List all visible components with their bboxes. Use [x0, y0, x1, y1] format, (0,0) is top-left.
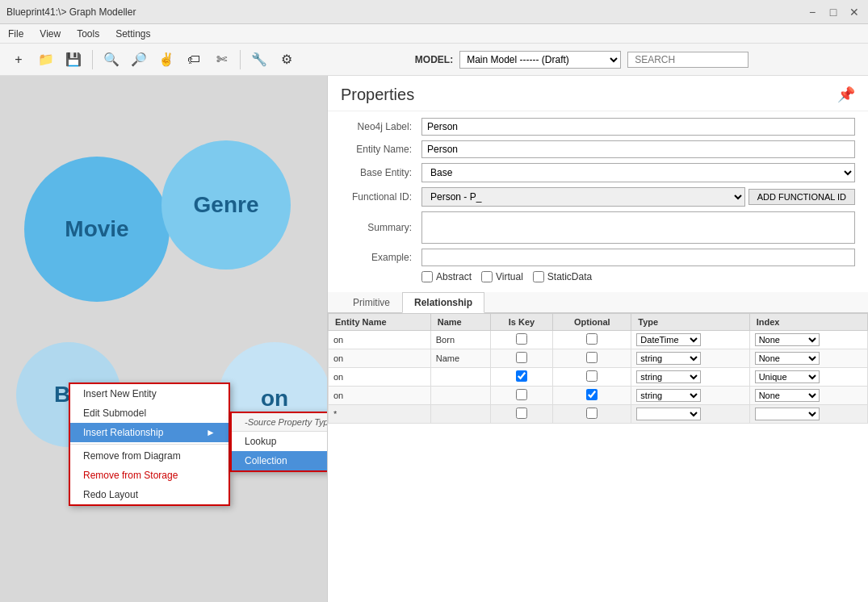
- example-input[interactable]: [421, 249, 855, 266]
- table-row: on DateTime string int: [329, 387, 868, 405]
- menu-view[interactable]: View: [31, 24, 69, 43]
- model-select[interactable]: Main Model ------ (Draft): [459, 51, 621, 69]
- virtual-checkbox[interactable]: [481, 271, 493, 282]
- type-select-new[interactable]: string: [636, 408, 701, 420]
- static-data-checkbox[interactable]: [533, 271, 544, 282]
- index-select-3[interactable]: None Unique Index: [755, 389, 820, 402]
- menu-settings[interactable]: Settings: [107, 24, 158, 43]
- search-input[interactable]: [627, 52, 748, 68]
- context-menu: Insert New Entity Edit Submodel Insert R…: [69, 383, 230, 506]
- iskey-check-new[interactable]: [516, 408, 527, 419]
- tag-tool[interactable]: 🏷: [182, 48, 206, 72]
- zoom-in-tool[interactable]: 🔍: [99, 48, 124, 72]
- ctx-remove-from-diagram[interactable]: Remove from Diagram: [70, 446, 229, 466]
- submenu-source-header: -Source Property Type-: [232, 413, 327, 432]
- save-tool[interactable]: 💾: [61, 48, 86, 72]
- open-tool[interactable]: 📁: [34, 48, 58, 72]
- table-header-row: Entity Name Name Is Key Optional Type In…: [329, 314, 868, 331]
- td-name-1: Name: [430, 349, 490, 368]
- td-name-3: [430, 387, 490, 405]
- maximize-button[interactable]: □: [826, 5, 841, 19]
- add-functional-id-button[interactable]: ADD FUNCTIONAL ID: [748, 189, 855, 205]
- example-row: Example:: [341, 249, 855, 266]
- td-optional-1: [553, 349, 631, 368]
- th-type: Type: [631, 314, 749, 331]
- node-on-label: on: [261, 386, 288, 412]
- cut-tool[interactable]: ✄: [209, 48, 233, 72]
- abstract-checkbox-label: Abstract: [421, 271, 472, 282]
- type-select-1[interactable]: DateTime string int: [636, 352, 701, 365]
- zoom-out-tool[interactable]: 🔎: [127, 48, 151, 72]
- title-bar-title: Blueprint41:\> Graph Modeller: [6, 6, 136, 18]
- optional-check-0[interactable]: [586, 333, 598, 345]
- td-iskey-new: [490, 405, 553, 424]
- optional-check-new[interactable]: [586, 408, 598, 419]
- checkboxes-row: Abstract Virtual StaticData: [421, 271, 855, 282]
- wrench-tool[interactable]: 🔧: [247, 48, 271, 72]
- iskey-check-1[interactable]: [516, 352, 527, 363]
- pin-icon[interactable]: 📌: [837, 86, 855, 103]
- td-name-new: [430, 405, 490, 424]
- neo4j-label-input[interactable]: [421, 118, 855, 136]
- node-movie[interactable]: Movie: [24, 157, 170, 302]
- ctx-edit-submodel[interactable]: Edit Submodel: [70, 403, 229, 423]
- tab-relationship[interactable]: Relationship: [402, 292, 484, 313]
- type-select-3[interactable]: DateTime string int: [636, 389, 701, 402]
- canvas-area[interactable]: Movie Genre Ba on Insert New Entity Edit…: [0, 76, 327, 602]
- functional-id-select[interactable]: Person - P_: [421, 187, 745, 207]
- td-optional-3: [553, 387, 631, 405]
- properties-table: Entity Name Name Is Key Optional Type In…: [328, 313, 868, 602]
- td-index-3: None Unique Index: [749, 387, 867, 405]
- optional-check-2[interactable]: [586, 370, 598, 382]
- static-data-checkbox-label: StaticData: [533, 271, 592, 282]
- entity-name-input[interactable]: [421, 140, 855, 158]
- ctx-separator-1: [70, 444, 229, 445]
- td-optional-new: [553, 405, 631, 424]
- new-tool[interactable]: +: [6, 48, 31, 72]
- type-select-2[interactable]: DateTime string int: [636, 370, 701, 383]
- functional-id-row: Functional ID: Person - P_ ADD FUNCTIONA…: [341, 187, 855, 207]
- td-iskey-0: [490, 331, 553, 349]
- index-select-new[interactable]: None: [755, 408, 820, 420]
- entity-name-label: Entity Name:: [341, 144, 421, 155]
- td-iskey-2: [490, 368, 553, 387]
- summary-row: Summary:: [341, 211, 855, 244]
- ctx-remove-from-storage[interactable]: Remove from Storage: [70, 466, 229, 485]
- td-index-0: None Unique Index: [749, 331, 867, 349]
- menu-tools[interactable]: Tools: [69, 24, 107, 43]
- td-name-2: [430, 368, 490, 387]
- td-index-new: None: [749, 405, 867, 424]
- iskey-check-2[interactable]: [516, 370, 527, 382]
- index-select-1[interactable]: None Unique Index: [755, 352, 820, 365]
- ctx-insert-new-entity[interactable]: Insert New Entity: [70, 384, 229, 403]
- title-bar: Blueprint41:\> Graph Modeller − □ ✕: [0, 0, 868, 24]
- index-select-2[interactable]: None Unique Index: [755, 370, 820, 383]
- optional-check-3[interactable]: [586, 389, 598, 400]
- menu-file[interactable]: File: [0, 24, 31, 43]
- submenu-source-collection[interactable]: Collection ►: [232, 451, 327, 470]
- minimize-button[interactable]: −: [805, 5, 820, 19]
- index-select-0[interactable]: None Unique Index: [755, 333, 820, 346]
- abstract-checkbox[interactable]: [421, 271, 433, 282]
- ctx-insert-relationship[interactable]: Insert Relationship ►: [70, 423, 229, 442]
- td-type-1: DateTime string int: [631, 349, 749, 368]
- functional-id-label: Functional ID:: [341, 191, 421, 203]
- app-title: Blueprint41:\> Graph Modeller: [6, 6, 136, 18]
- close-button[interactable]: ✕: [847, 5, 862, 19]
- type-select-0[interactable]: DateTime string int: [636, 333, 701, 346]
- toolbar: + 📁 💾 🔍 🔎 ✌ 🏷 ✄ 🔧 ⚙ MODEL: Main Model --…: [0, 44, 868, 76]
- pan-tool[interactable]: ✌: [154, 48, 178, 72]
- gear-tool[interactable]: ⚙: [275, 48, 299, 72]
- submenu-source-lookup[interactable]: Lookup ►: [232, 432, 327, 451]
- properties-header: 📌 Properties: [328, 76, 868, 111]
- base-entity-select[interactable]: Base: [421, 163, 855, 182]
- iskey-check-0[interactable]: [516, 333, 527, 345]
- summary-input[interactable]: [421, 211, 855, 244]
- tab-primitive[interactable]: Primitive: [341, 292, 402, 313]
- optional-check-1[interactable]: [586, 352, 598, 363]
- properties-title: Properties: [341, 86, 855, 104]
- iskey-check-3[interactable]: [516, 389, 527, 400]
- th-is-key: Is Key: [490, 314, 553, 331]
- node-genre[interactable]: Genre: [161, 140, 291, 270]
- ctx-redo-layout[interactable]: Redo Layout: [70, 485, 229, 504]
